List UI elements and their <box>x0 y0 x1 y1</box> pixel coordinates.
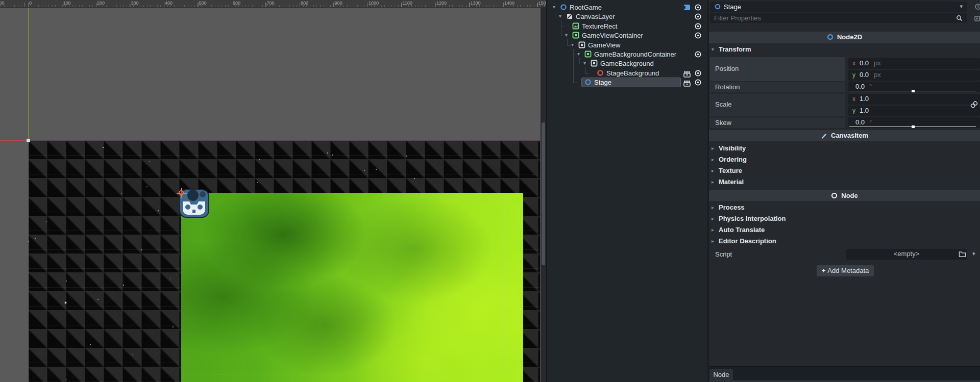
tree-row-gameviewcontainer[interactable]: ▾GameViewContainer <box>547 31 707 40</box>
collapse-chevron-icon: ▸ <box>712 238 714 244</box>
star <box>146 186 148 187</box>
visibility-eye-icon[interactable] <box>694 13 702 20</box>
collapse-chevron-icon: ▸ <box>712 179 714 185</box>
tree-row-stage[interactable]: Stage <box>547 78 707 87</box>
visibility-eye-icon[interactable] <box>694 50 702 58</box>
ruler-label: 100 <box>63 1 71 6</box>
search-icon <box>956 15 963 21</box>
tree-node-label: GameView <box>588 41 620 49</box>
property-position[interactable]: Position <box>710 57 845 81</box>
star <box>120 199 120 200</box>
class-section-canvasitem[interactable]: CanvasItem <box>709 130 980 141</box>
scale-y-field[interactable]: y 1.0 <box>848 106 980 116</box>
expand-chevron-icon[interactable]: ▾ <box>571 42 574 47</box>
visibility-eye-icon[interactable] <box>694 79 702 86</box>
inspector-dock-tabbar: Node <box>709 366 980 382</box>
tree-row-stagebackground[interactable]: StageBackground <box>547 69 707 78</box>
rotation-slider-handle[interactable] <box>912 90 915 92</box>
node-icon <box>831 192 838 199</box>
star <box>332 155 333 156</box>
script-chevron-icon[interactable]: ▾ <box>972 250 975 257</box>
tree-row-canvaslayer[interactable]: ▾CanvasLayer <box>547 12 707 21</box>
section-auto-translate[interactable]: ▸Auto Translate <box>709 225 980 236</box>
script-icon[interactable] <box>683 4 691 11</box>
star <box>132 354 133 354</box>
tree-node-label: RootGame <box>570 4 602 11</box>
scrollbar-thumb[interactable] <box>542 122 545 265</box>
collapse-chevron-icon: ▸ <box>712 145 714 151</box>
expand-chevron-icon[interactable]: ▾ <box>577 51 580 57</box>
viewport-vertical-scrollbar[interactable] <box>541 8 546 382</box>
section-transform[interactable]: ▾ Transform <box>709 45 980 55</box>
ruler-label: 500 <box>199 1 207 6</box>
star <box>103 147 104 148</box>
node-origin-gizmo[interactable] <box>177 188 187 198</box>
expand-chevron-icon[interactable]: ▾ <box>553 4 555 10</box>
rotation-field[interactable]: 0.0 ° <box>848 82 980 92</box>
x-axis-line <box>0 140 28 141</box>
filter-properties-input[interactable]: Filter Properties <box>710 13 967 23</box>
groups-icon[interactable] <box>683 80 691 87</box>
tree-row-texturerect[interactable]: TextureRect <box>547 22 707 31</box>
expand-chevron-icon[interactable]: ▾ <box>583 60 586 66</box>
history-icon[interactable] <box>973 3 980 10</box>
groups-icon[interactable] <box>683 70 691 78</box>
tree-row-rootgame[interactable]: ▾RootGame <box>547 3 707 12</box>
visibility-eye-icon[interactable] <box>694 22 702 30</box>
node2d-icon <box>584 79 592 86</box>
section-editor-description[interactable]: ▸Editor Description <box>709 237 980 247</box>
section-physics-interpolation[interactable]: ▸Physics Interpolation <box>709 214 980 224</box>
section-texture[interactable]: ▸Texture <box>709 166 980 176</box>
star <box>149 161 150 162</box>
ruler-label: 1500 <box>538 1 547 6</box>
tree-row-gameview[interactable]: ▾GameView <box>547 41 707 50</box>
section-process[interactable]: ▸Process <box>709 203 980 213</box>
skew-field[interactable]: 0.0 ° <box>848 117 980 128</box>
inspected-node-selector[interactable]: Stage ▾ <box>710 2 967 12</box>
link-scale-icon[interactable] <box>970 100 978 109</box>
tools-icon[interactable] <box>973 15 980 22</box>
property-rotation[interactable]: Rotation <box>710 82 845 92</box>
chevron-down-icon[interactable]: ▾ <box>960 3 963 10</box>
visibility-eye-icon[interactable] <box>694 32 702 39</box>
brush-icon <box>821 132 827 139</box>
star <box>259 159 260 160</box>
scale-x-field[interactable]: x 1.0 <box>848 94 980 105</box>
ruler-label: 1000 <box>369 1 379 6</box>
viewport-bounds-guide-h <box>181 374 505 374</box>
skew-slider-handle[interactable] <box>912 125 915 128</box>
star <box>66 379 67 380</box>
class-section-node2d[interactable]: Node2D <box>709 32 980 43</box>
visibility-eye-icon[interactable] <box>694 4 702 11</box>
property-skew[interactable]: Skew <box>710 118 845 128</box>
star <box>533 174 534 174</box>
expand-chevron-icon[interactable]: ▾ <box>559 13 561 19</box>
section-visibility[interactable]: ▸Visibility <box>709 144 980 154</box>
viewport-gray-icon <box>591 60 598 67</box>
script-value-dropdown[interactable]: <empty> <box>846 249 967 260</box>
star <box>46 221 47 222</box>
section-ordering[interactable]: ▸Ordering <box>709 155 980 165</box>
y-axis-line <box>28 8 29 140</box>
tree-row-gamebackgroundcontainer[interactable]: ▾GameBackgroundContainer <box>547 50 707 59</box>
inspector-panel: Stage ▾ Filter Properties Node2D <box>709 0 980 382</box>
visibility-eye-icon[interactable] <box>694 69 702 77</box>
folder-icon[interactable] <box>959 250 966 258</box>
tree-node-label: GameBackgroundContainer <box>594 50 676 58</box>
tab-node[interactable]: Node <box>709 369 733 381</box>
star <box>170 278 170 279</box>
collapse-chevron-icon: ▸ <box>712 168 714 173</box>
property-scale[interactable]: Scale <box>710 94 845 116</box>
container-green-icon <box>584 50 592 58</box>
ruler-label: 1300 <box>471 1 481 6</box>
tree-node-label: CanvasLayer <box>576 13 615 20</box>
position-x-field[interactable]: x 0.0 px <box>848 58 980 69</box>
class-section-node[interactable]: Node <box>709 190 980 201</box>
2d-viewport[interactable]: -100010020030040050060070080090010001100… <box>0 0 547 382</box>
add-metadata-button[interactable]: +Add Metadata <box>817 265 874 276</box>
expand-chevron-icon[interactable]: ▾ <box>565 32 568 38</box>
section-material[interactable]: ▸Material <box>709 177 980 188</box>
tree-row-gamebackground[interactable]: ▾GameBackground <box>547 59 707 68</box>
position-y-field[interactable]: y 0.0 px <box>848 70 980 81</box>
ruler-label: 1200 <box>436 1 447 6</box>
